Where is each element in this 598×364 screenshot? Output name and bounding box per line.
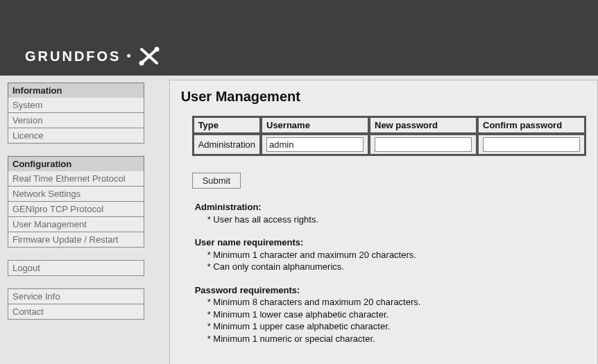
menu-header-configuration: Configuration <box>8 156 144 171</box>
note-user-b1: * Minimum 1 character and maximum 20 cha… <box>207 249 586 261</box>
note-user-title: User name requirements: <box>195 236 586 249</box>
new-password-input[interactable] <box>375 137 472 152</box>
menu-group-configuration: Configuration Real Time Ethernet Protoco… <box>8 156 144 248</box>
sidebar-item-firmware-update[interactable]: Firmware Update / Restart <box>8 232 144 248</box>
sidebar-item-service-info[interactable]: Service Info <box>8 288 144 304</box>
requirements-notes: Administration: * User has all access ri… <box>195 201 586 345</box>
sidebar-item-logout[interactable]: Logout <box>8 260 144 276</box>
menu-group-footer: Service Info Contact <box>8 288 144 320</box>
submit-button[interactable]: Submit <box>192 173 241 189</box>
menu-group-information: Information System Version Licence <box>8 83 144 144</box>
sidebar-item-genipro-tcp[interactable]: GENIpro TCP Protocol <box>8 202 144 217</box>
sidebar-item-user-management[interactable]: User Management <box>8 217 144 232</box>
svg-point-1 <box>139 61 144 66</box>
col-header-type: Type <box>194 117 260 133</box>
cell-type: Administration <box>194 135 260 155</box>
svg-point-0 <box>154 47 159 52</box>
sidebar-item-system[interactable]: System <box>8 98 144 113</box>
note-pw-b4: * Minimum 1 numeric or special character… <box>207 333 586 345</box>
cell-confirm-password <box>478 135 585 155</box>
cell-username <box>262 135 368 155</box>
sidebar-item-version[interactable]: Version <box>8 113 144 128</box>
note-admin-b1: * User has all access rights. <box>207 214 586 226</box>
confirm-password-input[interactable] <box>483 137 580 152</box>
brand-logo-text: GRUNDFOS <box>25 49 121 64</box>
brand-logo: GRUNDFOS • <box>25 46 160 66</box>
sidebar-item-licence[interactable]: Licence <box>8 128 144 144</box>
brand-dot: • <box>126 49 133 64</box>
sidebar-item-network-settings[interactable]: Network Settings <box>8 187 144 202</box>
sidebar: Information System Version Licence Confi… <box>0 76 152 364</box>
col-header-new-password: New password <box>370 117 477 133</box>
note-pw-b1: * Minimum 8 characters and maximum 20 ch… <box>207 296 586 309</box>
cell-new-password <box>370 135 477 155</box>
sidebar-item-rte-protocol[interactable]: Real Time Ethernet Protocol <box>8 171 144 187</box>
col-header-confirm-password: Confirm password <box>478 117 585 133</box>
sidebar-item-contact[interactable]: Contact <box>8 304 144 320</box>
username-input[interactable] <box>266 137 364 152</box>
user-table: Type Username New password Confirm passw… <box>192 116 586 156</box>
note-pw-b3: * Minimum 1 upper case alphabetic charac… <box>207 320 586 333</box>
main-panel: User Management Type Username New passwo… <box>169 80 598 364</box>
note-user-b2: * Can only contain alphanumerics. <box>207 261 586 273</box>
col-header-username: Username <box>262 117 368 133</box>
brand-logo-icon <box>139 46 160 66</box>
top-header: GRUNDFOS • <box>0 0 598 76</box>
note-admin-title: Administration: <box>195 201 586 214</box>
table-row: Administration <box>194 135 585 155</box>
page-title: User Management <box>181 89 586 105</box>
note-pw-b2: * Minimum 1 lower case alphabetic charac… <box>207 309 586 321</box>
note-pw-title: Password requirements: <box>195 284 586 297</box>
table-header-row: Type Username New password Confirm passw… <box>194 117 585 133</box>
menu-header-information: Information <box>8 83 144 98</box>
